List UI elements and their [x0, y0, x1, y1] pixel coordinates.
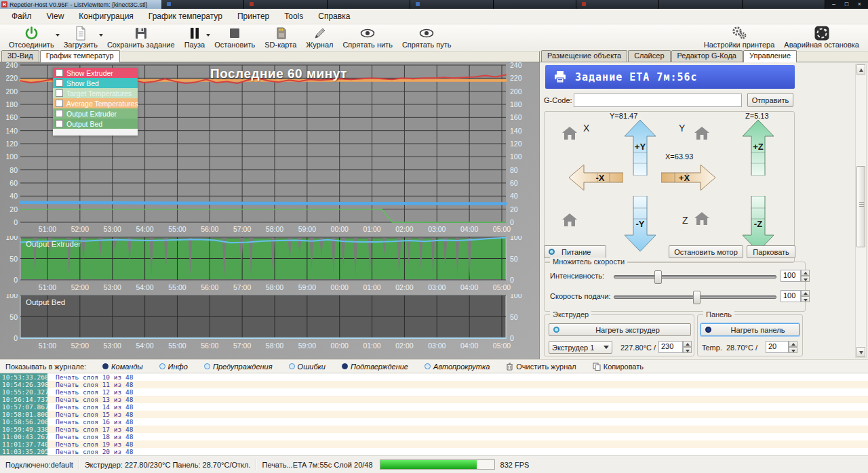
- background-window-tab[interactable]: [410, 0, 493, 9]
- bed-target-spinner[interactable]: [789, 341, 797, 353]
- jog-minus-x-button[interactable]: -X: [569, 165, 623, 193]
- сохранить-задание-button[interactable]: Сохранить задание: [102, 24, 180, 51]
- extruder-target-value[interactable]: 230: [658, 341, 683, 353]
- legend-item-show-extruder[interactable]: ✓Show Extruder: [53, 68, 138, 78]
- svg-text:180: 180: [5, 100, 18, 108]
- tab-размещение-объекта[interactable]: Размещение объекта: [541, 50, 627, 62]
- checkbox-icon[interactable]: ✓: [56, 110, 63, 117]
- legend-item-show-bed[interactable]: ✓Show Bed: [53, 78, 138, 88]
- flowrate-spinner[interactable]: [801, 270, 810, 282]
- control-scrollbar[interactable]: [855, 64, 867, 358]
- background-window-tab[interactable]: [576, 0, 659, 9]
- tab-слайсер[interactable]: Слайсер: [628, 50, 670, 62]
- background-window-tab[interactable]: [161, 0, 244, 9]
- extruder-target-spinner[interactable]: [683, 341, 692, 353]
- legend-item-target-temperatures[interactable]: ✓Target Temperatures: [53, 88, 138, 98]
- feedrate-value[interactable]: 100: [781, 290, 801, 302]
- power-button[interactable]: Питание: [544, 245, 606, 258]
- tab-график-температур[interactable]: График температур: [40, 50, 120, 62]
- job-eta-banner: Задание ETA 7м:56с: [545, 65, 795, 89]
- active-window-tab[interactable]: R Repetier-Host V0.95F - ListViewItem: {…: [0, 0, 161, 9]
- menu-item-конфигурация[interactable]: Конфигурация: [71, 9, 141, 23]
- checkbox-icon[interactable]: ✓: [56, 69, 63, 77]
- log-toggle-команды[interactable]: Команды: [102, 363, 143, 371]
- copy-log-button[interactable]: Копировать: [593, 363, 644, 371]
- legend-item-average-temperatures[interactable]: ✓Average Temperatures: [53, 98, 138, 108]
- feedrate-slider-thumb[interactable]: [693, 291, 701, 304]
- журнал-button[interactable]: Журнал: [301, 24, 338, 51]
- tab-редактор-g-кода[interactable]: Редактор G-Кода: [671, 50, 743, 62]
- tab-3d-вид[interactable]: 3D-Вид: [1, 50, 39, 62]
- jog-plus-x-button[interactable]: +X: [661, 165, 715, 193]
- log-toggle-инфо[interactable]: Инфо: [159, 363, 188, 371]
- close-button[interactable]: ×: [854, 1, 865, 8]
- bed-target-value[interactable]: 20: [766, 341, 789, 353]
- background-window-tab[interactable]: [494, 0, 576, 9]
- flowrate-slider[interactable]: [614, 275, 776, 279]
- svg-text:-X: -X: [596, 173, 605, 183]
- power-led: [549, 249, 555, 255]
- background-window-tab[interactable]: [244, 0, 327, 9]
- flowrate-slider-thumb[interactable]: [654, 270, 662, 284]
- sd-карта-button[interactable]: SD-карта: [260, 24, 301, 51]
- log-toggle-ошибки[interactable]: Ошибки: [289, 363, 326, 371]
- legend-item-output-bed[interactable]: ✓Output Bed: [53, 119, 138, 129]
- jog-plus-z-button[interactable]: +Z: [743, 120, 774, 178]
- tab-управление[interactable]: Управление: [743, 50, 797, 62]
- log-toolbar: Показывать в журнале: КомандыИнфоПредупр…: [0, 359, 868, 373]
- send-gcode-button[interactable]: Отправить: [747, 93, 793, 107]
- jog-plus-y-button[interactable]: +Y: [625, 120, 656, 178]
- log-area[interactable]: 10:53:33.268Печать слоя 10 из 4810:54:26…: [0, 373, 868, 455]
- спрятать-нить-button[interactable]: Спрятать нить: [338, 24, 397, 51]
- home-z-icon[interactable]: [694, 212, 709, 228]
- chevron-down-icon: [604, 346, 609, 349]
- restore-button[interactable]: □: [841, 1, 852, 8]
- home-x-icon[interactable]: [562, 127, 577, 142]
- home-all-icon[interactable]: [562, 213, 577, 229]
- window-controls: – □ ×: [825, 0, 868, 9]
- checkbox-icon[interactable]: ✓: [56, 79, 63, 87]
- feedrate-slider[interactable]: [614, 295, 776, 299]
- toolbar-button-label: Пауза: [184, 41, 205, 49]
- background-window-tab[interactable]: [659, 0, 742, 9]
- menu-item-view[interactable]: View: [39, 9, 72, 23]
- minimize-button[interactable]: –: [828, 1, 840, 8]
- checkbox-icon[interactable]: ✓: [56, 120, 63, 127]
- svg-text:04:00: 04:00: [460, 225, 478, 233]
- log-message: Печать слоя 13 из 48: [47, 396, 868, 403]
- gcode-input[interactable]: [574, 94, 742, 107]
- stop-motor-button[interactable]: Остановить мотор: [669, 245, 743, 258]
- background-window-tab[interactable]: [328, 0, 410, 9]
- пауза-button[interactable]: Пауза: [180, 24, 210, 51]
- остановить-button[interactable]: Остановить: [210, 24, 260, 51]
- legend-item-output-extruder[interactable]: ✓Output Extruder: [53, 108, 138, 119]
- heat-extruder-button[interactable]: Нагреть экструдер: [549, 323, 691, 336]
- feedrate-spinner[interactable]: [801, 290, 810, 302]
- menu-item-файл[interactable]: Файл: [4, 9, 39, 23]
- flowrate-value[interactable]: 100: [781, 270, 801, 282]
- heat-bed-button[interactable]: Нагреть панель: [701, 323, 800, 336]
- menu-item-график-температур[interactable]: График температур: [141, 9, 230, 23]
- menu-item-принтер[interactable]: Принтер: [230, 9, 277, 23]
- checkbox-icon[interactable]: ✓: [56, 100, 63, 107]
- jog-minus-y-button[interactable]: -Y: [625, 196, 656, 254]
- scroll-down-icon[interactable]: [856, 347, 865, 357]
- загрузить-button[interactable]: Загрузить: [59, 24, 102, 51]
- настройки-принтера-button[interactable]: Настройки принтера: [699, 24, 780, 51]
- отсоединить-button[interactable]: Отсоединить: [4, 24, 59, 51]
- scrollbar-thumb[interactable]: [856, 166, 865, 247]
- аварийная-остановка-button[interactable]: Аварийная остановка: [779, 24, 864, 51]
- log-toggle-подтверждение[interactable]: Подтверждение: [342, 363, 408, 371]
- menu-item-tools[interactable]: Tools: [277, 9, 311, 23]
- home-y-icon[interactable]: [694, 127, 709, 142]
- extruder-select[interactable]: Экструдер 1: [549, 341, 612, 354]
- clear-log-button[interactable]: Очистить журнал: [506, 363, 576, 371]
- scroll-up-icon[interactable]: [856, 64, 865, 75]
- checkbox-icon[interactable]: ✓: [56, 89, 63, 97]
- menu-item-справка[interactable]: Справка: [311, 9, 357, 23]
- log-toggle-предупраждения[interactable]: Предупраждения: [204, 363, 273, 371]
- park-button[interactable]: Парковать: [747, 245, 795, 258]
- спрятать-путь-button[interactable]: Спрятать путь: [397, 24, 456, 51]
- log-toggle-автопрокрутка[interactable]: Автопрокрутка: [425, 363, 490, 371]
- background-window-tab[interactable]: [743, 0, 825, 9]
